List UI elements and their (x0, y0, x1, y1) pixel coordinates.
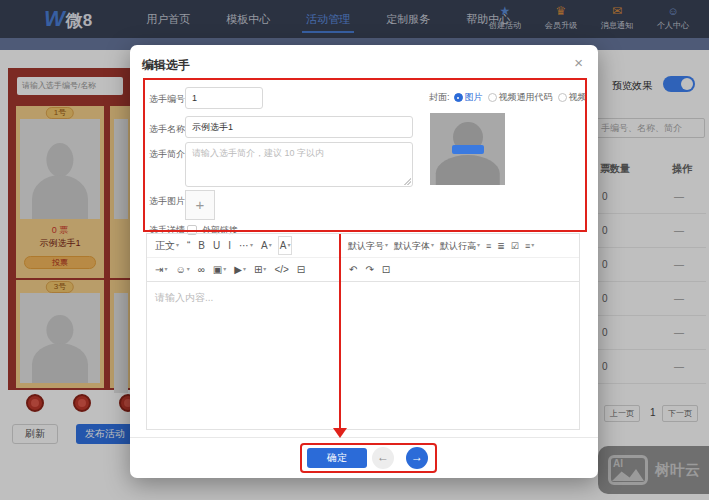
watermark: AI 树叶云 (598, 446, 709, 494)
font-color-button[interactable]: A▾ (257, 234, 276, 257)
video-button[interactable]: ▶▾ (230, 258, 250, 281)
watermark-brand: 树叶云 (655, 461, 700, 480)
caret-down-icon: ▾ (431, 242, 434, 248)
ai-label: AI (613, 458, 623, 469)
todo-list-button[interactable]: ☑ (508, 235, 522, 257)
next-arrow-button[interactable]: → (406, 447, 428, 469)
redo-button[interactable]: ↷ (361, 259, 377, 281)
caret-down-icon: ▾ (287, 242, 290, 248)
link-button[interactable]: ∞ (194, 259, 209, 281)
fullscreen-button[interactable]: ⊡ (378, 259, 394, 281)
player-intro-textarea[interactable]: 请输入选手简介，建议 10 字以内 (185, 142, 413, 187)
image-button[interactable]: ▣▾ (209, 258, 230, 281)
indent-button[interactable]: ⇥▾ (151, 258, 171, 281)
caret-down-icon: ▾ (243, 266, 246, 272)
caret-down-icon: ▾ (187, 266, 190, 272)
editor-toolbar-row-1: 正文▾“BUI⋯▾A▾A▾ 默认字号▾默认字体▾默认行高▾≡≣☑≡▾ (147, 234, 579, 258)
underline-button[interactable]: U (209, 235, 224, 257)
avatar-watermark-bar (452, 145, 484, 154)
ordered-list-button[interactable]: ≣ (494, 235, 508, 257)
resize-grip[interactable] (403, 177, 411, 185)
cover-options: 图片视频通用代码视频 (454, 91, 592, 104)
cover-option-1[interactable]: 视频通用代码 (488, 91, 553, 104)
editor-placeholder: 请输入内容... (155, 291, 213, 305)
close-icon[interactable]: × (574, 54, 583, 71)
radio-selected-icon (454, 93, 463, 102)
caret-down-icon: ▾ (164, 266, 167, 272)
cover-option-0[interactable]: 图片 (454, 91, 483, 104)
emoji-button[interactable]: ☺▾ (171, 258, 193, 281)
bullet-list-button[interactable]: ≡ (483, 235, 494, 257)
cover-label: 封面: (429, 91, 450, 104)
code-button[interactable]: </> (270, 259, 292, 281)
paragraph-style-button[interactable]: 正文▾ (151, 234, 183, 257)
divider-button[interactable]: ⊟ (293, 259, 309, 281)
bold-button[interactable]: B (194, 235, 209, 257)
more-style-button[interactable]: ⋯▾ (235, 234, 257, 257)
editor-content-area[interactable]: 请输入内容... (147, 282, 579, 429)
radio-icon (558, 93, 567, 102)
player-name-label: 选手名称 (149, 123, 185, 136)
font-size-select[interactable]: 默认字号▾ (345, 234, 391, 257)
player-number-label: 选手编号 (149, 93, 185, 106)
cover-option-label: 视频 (569, 91, 587, 104)
table-button[interactable]: ⊞▾ (250, 258, 270, 281)
confirm-button[interactable]: 确定 (307, 448, 367, 468)
ai-image-icon: AI (608, 455, 648, 485)
mountain-icon (612, 469, 644, 481)
player-name-input[interactable]: 示例选手1 (185, 116, 413, 138)
player-intro-label: 选手简介 (149, 148, 185, 161)
modal-title: 编辑选手 (142, 57, 190, 74)
radio-icon (488, 93, 497, 102)
player-number-input[interactable]: 1 (185, 87, 263, 109)
highlight-color-button[interactable]: A▾ (276, 234, 295, 257)
cover-option-label: 图片 (465, 91, 483, 104)
caret-down-icon: ▾ (263, 266, 266, 272)
footer-divider (130, 437, 598, 438)
cover-type-row: 封面: 图片视频通用代码视频 (429, 91, 592, 104)
intro-placeholder: 请输入选手简介，建议 10 字以内 (192, 148, 324, 158)
cover-option-label: 视频通用代码 (499, 91, 553, 104)
font-family-select[interactable]: 默认字体▾ (391, 234, 437, 257)
caret-down-icon: ▾ (531, 242, 534, 248)
cover-option-2[interactable]: 视频 (558, 91, 587, 104)
prev-arrow-button[interactable]: ← (372, 447, 394, 469)
caret-down-icon: ▾ (269, 242, 272, 248)
player-image-label: 选手图片 (149, 195, 185, 208)
caret-down-icon: ▾ (223, 266, 226, 272)
upload-image-button[interactable]: + (185, 190, 215, 220)
rich-text-editor: 正文▾“BUI⋯▾A▾A▾ 默认字号▾默认字体▾默认行高▾≡≣☑≡▾ ⇥▾☺▾∞… (146, 233, 580, 430)
undo-button[interactable]: ↶ (345, 259, 361, 281)
cover-image-preview[interactable] (430, 113, 505, 185)
caret-down-icon: ▾ (477, 242, 480, 248)
caret-down-icon: ▾ (250, 242, 253, 248)
screenshot-stage: W 微8 用户首页模板中心活动管理定制服务帮助中心 ★创建活动♛会员升级✉消息通… (0, 0, 709, 500)
align-button[interactable]: ≡▾ (522, 234, 537, 257)
edit-player-modal: 编辑选手 × 选手编号 1 选手名称 示例选手1 选手简介 请输入选手简介，建议… (130, 45, 598, 478)
italic-button[interactable]: I (224, 235, 235, 257)
caret-down-icon: ▾ (385, 242, 388, 248)
editor-toolbar-row-2: ⇥▾☺▾∞▣▾▶▾⊞▾</>⊟ ↶↷⊡ (147, 258, 579, 282)
line-height-select[interactable]: 默认行高▾ (437, 234, 483, 257)
caret-down-icon: ▾ (176, 242, 179, 248)
blockquote-button[interactable]: “ (183, 235, 194, 257)
